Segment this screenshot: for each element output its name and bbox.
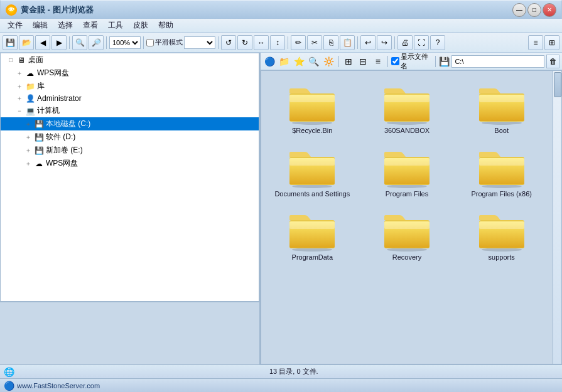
toolbar-rotate-right[interactable]: ↻	[237, 35, 252, 50]
folder-item[interactable]: $Recycle.Bin	[266, 76, 359, 137]
toolbar-redo[interactable]: ↪	[377, 35, 392, 50]
rt-view-medium[interactable]: ⊟	[357, 55, 370, 68]
rt-sep2	[387, 56, 388, 67]
maximize-button[interactable]: □	[527, 3, 541, 17]
file-grid: $Recycle.Bin360SANDBOXBootDocuments and …	[261, 71, 561, 364]
toolbar-rotate-left[interactable]: ↺	[221, 35, 236, 50]
tree-item-c-drive[interactable]: ＋ 💾 本地磁盘 (C:)	[1, 117, 259, 130]
tree-item-wps2[interactable]: ＋ ☁ WPS网盘	[1, 157, 259, 170]
folder-item[interactable]: Program Files (x86)	[455, 139, 548, 200]
show-filename-checkbox[interactable]	[391, 57, 399, 65]
svg-rect-35	[479, 221, 524, 229]
toolbar-next[interactable]: ▶	[51, 35, 67, 50]
folder-icon	[382, 208, 432, 252]
folder-icon	[287, 208, 337, 252]
toolbar-undo[interactable]: ↩	[360, 35, 376, 50]
bottom-bar: 🔵 www.FastStoneServer.com	[0, 378, 562, 392]
tree-item-library[interactable]: ＋ 📁 库	[1, 80, 259, 93]
file-count-status: 13 目录, 0 文件.	[269, 368, 318, 375]
flatmode-combo[interactable]	[184, 36, 215, 49]
toolbar-sep7	[394, 36, 395, 49]
toolbar-help[interactable]: ?	[430, 35, 445, 50]
svg-rect-11	[479, 95, 524, 102]
toolbar-view-grid[interactable]: ⊞	[544, 35, 559, 50]
rt-btn-4[interactable]: 🔍	[308, 55, 321, 68]
rt-view-large[interactable]: ⊞	[342, 55, 355, 68]
tree-item-computer[interactable]: － 💻 计算机	[1, 104, 259, 117]
expand-icon: ＋	[23, 146, 33, 155]
file-grid-scrollbar[interactable]	[553, 71, 561, 364]
rt-btn-5[interactable]: 🔆	[322, 55, 335, 68]
flatmode-label: 平滑模式	[146, 38, 183, 47]
tree-item-desktop[interactable]: □ 🖥 桌面	[1, 53, 259, 66]
file-grid-area[interactable]: $Recycle.Bin360SANDBOXBootDocuments and …	[261, 70, 562, 364]
tree-label: 库	[36, 81, 45, 92]
rt-btn-1[interactable]: 🔵	[263, 55, 276, 68]
toolbar-edit[interactable]: ✏	[291, 35, 306, 50]
toolbar-flip-h[interactable]: ↔	[254, 35, 269, 50]
expand-icon: ＋	[14, 82, 24, 91]
tree-item-admin[interactable]: ＋ 👤 Administrator	[1, 93, 259, 104]
folder-item[interactable]: Program Files	[361, 139, 453, 200]
right-panel: 🔵 📁 ⭐ 🔍 🔆 ⊞ ⊟ ≡ 显示文件名 💾 🗑 $Recycle.Bin36…	[261, 53, 562, 364]
zoom-combo[interactable]: 100%	[109, 36, 141, 49]
close-button[interactable]: ✕	[543, 3, 556, 17]
rt-sep1	[338, 56, 339, 67]
minimize-button[interactable]: —	[512, 3, 526, 17]
toolbar-sep3	[143, 36, 144, 49]
toolbar-view-details[interactable]: ≡	[528, 35, 543, 50]
folder-item[interactable]: Documents and Settings	[266, 139, 359, 200]
menu-tools[interactable]: 工具	[103, 19, 128, 32]
expand-icon: ＋	[14, 69, 24, 78]
menu-skin[interactable]: 皮肤	[128, 19, 153, 32]
folder-icon	[477, 81, 527, 125]
title-text: 黄金眼 - 图片浏览器	[21, 4, 512, 16]
toolbar-crop[interactable]: ✂	[307, 35, 322, 50]
app-icon: 👁	[6, 4, 17, 16]
menu-file[interactable]: 文件	[3, 19, 28, 32]
menu-select[interactable]: 选择	[53, 19, 78, 32]
toolbar-zoom-out[interactable]: 🔎	[89, 35, 104, 50]
left-panel: □ 🖥 桌面 ＋ ☁ WPS网盘 ＋ 📁 库 ＋ 👤 Administrator	[0, 53, 261, 364]
folder-name: 360SANDBOX	[384, 127, 430, 134]
folder-name: supports	[489, 253, 515, 261]
rt-btn-2[interactable]: 📁	[278, 55, 291, 68]
toolbar-copy[interactable]: ⎘	[323, 35, 338, 50]
scrollbar-thumb[interactable]	[554, 72, 561, 97]
user-icon: 👤	[24, 94, 36, 103]
path-input[interactable]	[451, 55, 544, 68]
tree-item-d-drive[interactable]: ＋ 💾 软件 (D:)	[1, 130, 259, 144]
folder-item[interactable]: Recovery	[361, 203, 453, 263]
library-icon: 📁	[24, 82, 36, 91]
toolbar-flip-v[interactable]: ↕	[270, 35, 285, 50]
svg-rect-7	[384, 95, 430, 102]
flatmode-checkbox[interactable]	[146, 39, 154, 46]
folder-item[interactable]: 360SANDBOX	[361, 76, 453, 137]
drive-icon: 💾	[33, 133, 45, 142]
path-delete-button[interactable]: 🗑	[546, 55, 559, 68]
preview-panel	[0, 302, 259, 364]
menu-view[interactable]: 查看	[78, 19, 103, 32]
expand-icon: ＋	[23, 133, 33, 142]
toolbar-zoom-in[interactable]: 🔍	[72, 35, 87, 50]
folder-item[interactable]: ProgramData	[266, 203, 359, 263]
rt-view-list[interactable]: ≡	[372, 55, 385, 68]
toolbar-print[interactable]: 🖨	[397, 35, 413, 50]
rt-btn-3[interactable]: ⭐	[293, 55, 306, 68]
folder-name: $Recycle.Bin	[292, 127, 332, 134]
menu-edit[interactable]: 编辑	[28, 19, 53, 32]
toolbar-prev[interactable]: ◀	[35, 35, 50, 50]
menu-help[interactable]: 帮助	[153, 19, 178, 32]
folder-item[interactable]: Boot	[455, 76, 548, 137]
folder-name: Recovery	[392, 253, 421, 261]
toolbar-fullscreen[interactable]: ⛶	[414, 35, 429, 50]
tree-item-e-drive[interactable]: ＋ 💾 新加卷 (E:)	[1, 144, 259, 157]
toolbar-open[interactable]: 📂	[19, 35, 34, 50]
toolbar-save[interactable]: 💾	[3, 35, 18, 50]
desktop-icon: 🖥	[16, 56, 27, 65]
folder-icon	[382, 144, 432, 188]
folder-item[interactable]: supports	[455, 203, 548, 263]
toolbar-paste[interactable]: 📋	[340, 35, 355, 50]
tree-item-wps1[interactable]: ＋ ☁ WPS网盘	[1, 66, 259, 80]
tree-panel[interactable]: □ 🖥 桌面 ＋ ☁ WPS网盘 ＋ 📁 库 ＋ 👤 Administrator	[0, 53, 259, 302]
